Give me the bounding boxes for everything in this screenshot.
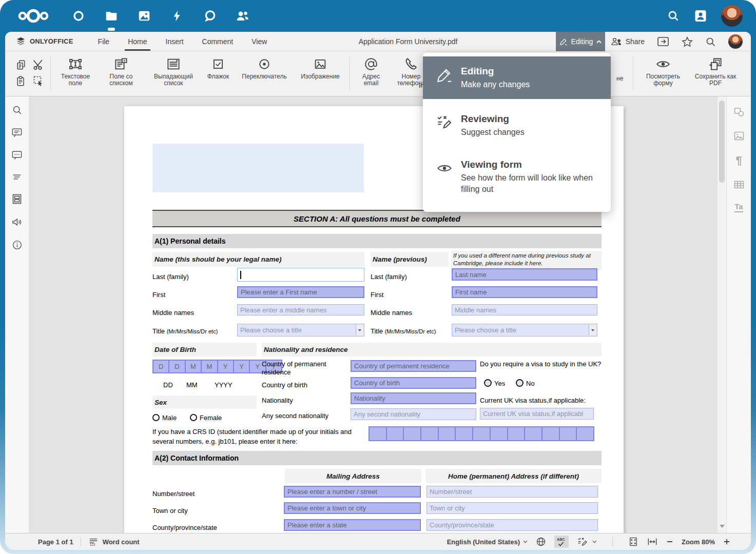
country-permanent-input[interactable]: Country of permanent residence: [351, 360, 476, 372]
copy-icon[interactable]: [15, 59, 27, 70]
image-button[interactable]: Изображение: [296, 55, 345, 80]
paragraph-settings-icon[interactable]: ¶: [735, 154, 742, 167]
zoom-in-icon[interactable]: [723, 538, 730, 545]
crs-cell[interactable]: [370, 427, 387, 440]
zoom-level[interactable]: Zoom 80%: [682, 538, 715, 546]
dob-cell[interactable]: D: [169, 361, 185, 372]
dropdown-arrow-icon[interactable]: [356, 325, 363, 335]
chevron-down-icon[interactable]: [592, 540, 597, 543]
comments-icon[interactable]: [11, 128, 23, 138]
favorite-star-icon[interactable]: [682, 36, 693, 47]
checkbox-button[interactable]: Флажок: [203, 55, 233, 80]
tab-insert[interactable]: Insert: [166, 32, 184, 51]
dropdown-list-button[interactable]: Выпадающий список: [147, 55, 200, 87]
talk-icon[interactable]: [202, 7, 218, 25]
shape-settings-icon[interactable]: [733, 106, 745, 118]
tab-file[interactable]: File: [98, 32, 110, 51]
text-field-button[interactable]: Текстовое поле: [55, 55, 95, 87]
word-count-button[interactable]: Word count: [103, 538, 140, 546]
home-number-street-input[interactable]: Number/street: [427, 486, 598, 498]
crs-cell[interactable]: [473, 427, 491, 440]
crs-cell[interactable]: [456, 427, 473, 440]
visa-status-input[interactable]: Current UK visa status,if applicabl: [480, 408, 594, 420]
visa-no-option[interactable]: No: [516, 379, 535, 388]
sex-female-option[interactable]: Female: [190, 413, 222, 422]
dropdown-arrow-icon[interactable]: [589, 325, 596, 335]
editing-mode-button[interactable]: Editing: [556, 32, 605, 51]
table-settings-icon[interactable]: [733, 180, 745, 190]
crs-cell[interactable]: [560, 427, 577, 440]
crs-cell[interactable]: [404, 427, 421, 440]
open-file-location-icon[interactable]: [657, 36, 669, 47]
legal-first-name-input[interactable]: Please enter a First name: [237, 286, 364, 298]
spell-check-icon[interactable]: ABC: [554, 536, 569, 548]
dob-cell[interactable]: Y: [218, 361, 234, 372]
vertical-scrollbar[interactable]: [717, 96, 726, 533]
mailing-number-street-input[interactable]: Please enter a number / street: [284, 486, 421, 498]
paste-icon[interactable]: [15, 75, 27, 87]
crs-id-field[interactable]: [369, 426, 594, 441]
crs-cell[interactable]: [491, 427, 508, 440]
document-language-icon[interactable]: [536, 537, 546, 547]
unified-search-icon[interactable]: [667, 9, 680, 23]
zoom-out-icon[interactable]: [666, 538, 673, 545]
country-of-birth-input[interactable]: Country of birth: [351, 377, 476, 389]
fit-width-icon[interactable]: [647, 537, 658, 546]
previous-first-name-input[interactable]: First name: [452, 286, 597, 298]
contacts-icon[interactable]: [235, 7, 250, 25]
previous-middle-names-input[interactable]: Middle names: [452, 304, 597, 315]
save-as-pdf-button[interactable]: Сохранить как PDF: [691, 55, 740, 90]
scrollbar-thumb[interactable]: [719, 101, 725, 183]
tab-home[interactable]: Home: [128, 32, 147, 51]
mailing-county-state-input[interactable]: Please enter a state: [284, 519, 421, 531]
chat-icon[interactable]: [11, 150, 23, 161]
dob-cell[interactable]: M: [186, 361, 202, 372]
second-nationality-input[interactable]: Any second nationality: [351, 408, 476, 420]
mailing-town-city-input[interactable]: Please enter a town or city: [284, 502, 421, 514]
about-icon[interactable]: [12, 240, 23, 250]
visa-yes-option[interactable]: Yes: [484, 379, 505, 388]
email-field-button[interactable]: Адрес email: [355, 55, 387, 87]
combo-box-button[interactable]: Поле со списком: [99, 55, 144, 87]
files-icon[interactable]: [104, 7, 119, 25]
mode-option-reviewing[interactable]: Reviewing Suggest changes: [423, 104, 611, 147]
tab-view[interactable]: View: [251, 32, 267, 51]
text-art-settings-icon[interactable]: Ta: [734, 202, 743, 212]
legal-middle-names-input[interactable]: Please enter a middle names: [237, 304, 364, 315]
feedback-icon[interactable]: [11, 217, 23, 227]
headings-icon[interactable]: [11, 173, 23, 181]
nextcloud-logo-icon[interactable]: [17, 7, 49, 25]
tab-comment[interactable]: Comment: [202, 32, 234, 51]
user-avatar[interactable]: [721, 5, 743, 27]
page-thumbnails-icon[interactable]: [12, 193, 22, 205]
dob-cell[interactable]: D: [153, 361, 169, 372]
nationality-input[interactable]: Nationality: [351, 392, 476, 404]
crs-cell[interactable]: [387, 427, 404, 440]
activity-icon[interactable]: [169, 7, 185, 25]
dashboard-icon[interactable]: [71, 7, 86, 25]
male-radio[interactable]: [152, 414, 160, 421]
select-all-icon[interactable]: [32, 75, 45, 87]
track-changes-icon[interactable]: [577, 537, 588, 547]
sex-male-option[interactable]: Male: [152, 413, 177, 422]
logo-image-placeholder[interactable]: [152, 144, 364, 192]
mode-option-editing[interactable]: Editing Make any changes: [423, 56, 611, 99]
share-button[interactable]: Share: [611, 37, 645, 46]
contacts-menu-icon[interactable]: [693, 9, 708, 23]
crs-cell[interactable]: [421, 427, 439, 440]
visa-yes-radio[interactable]: [484, 379, 492, 387]
find-icon[interactable]: [12, 105, 23, 115]
scroll-down-button[interactable]: [718, 522, 726, 531]
user-avatar-small[interactable]: [728, 34, 743, 49]
radio-button-button[interactable]: Переключатель: [236, 55, 293, 80]
crs-cell[interactable]: [439, 427, 456, 440]
crs-cell[interactable]: [577, 427, 593, 440]
language-selector[interactable]: English (United States): [447, 538, 520, 546]
legal-title-dropdown[interactable]: Please choose a title: [237, 324, 364, 337]
dob-cell[interactable]: M: [202, 361, 218, 372]
chevron-down-icon[interactable]: [523, 540, 528, 543]
mode-option-viewing-form[interactable]: Viewing form See how the form will look …: [423, 150, 611, 204]
previous-last-name-input[interactable]: Last name: [452, 268, 597, 281]
search-icon[interactable]: [705, 36, 716, 47]
visa-no-radio[interactable]: [516, 379, 524, 387]
